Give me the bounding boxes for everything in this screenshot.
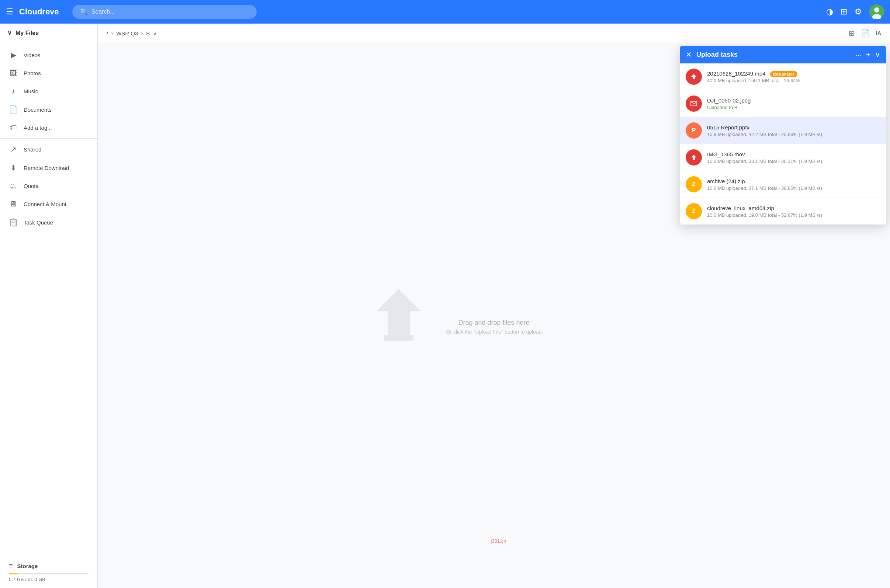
grid-icon[interactable]: ⊞ bbox=[840, 7, 847, 16]
search-input[interactable] bbox=[92, 9, 250, 15]
breadcrumb-root[interactable]: / bbox=[107, 30, 108, 36]
document-icon: 📄 bbox=[9, 105, 18, 114]
sidebar-label-connect-mount: Connect & Mount bbox=[24, 201, 66, 207]
upload-list: 20210628_102249.mp4 Resumable 40.0 MB up… bbox=[680, 63, 886, 225]
storage-bar-fill bbox=[9, 573, 18, 574]
sidebar-divider-2 bbox=[0, 138, 98, 139]
storage-bar bbox=[9, 573, 89, 574]
svg-marker-3 bbox=[377, 289, 421, 337]
main-content: / › WSR Q3 › B ∨ ⊞ 📄 IA Drag and drop bbox=[98, 24, 890, 588]
upload-item-name-6: cloudreve_linux_amd64.zip bbox=[707, 205, 880, 211]
sort-icon[interactable]: IA bbox=[876, 30, 881, 36]
upload-item-info-2: DJI_0050-02.jpeg Uploaded to B bbox=[707, 98, 880, 110]
upload-item-name-5: archive (24).zip bbox=[707, 178, 880, 184]
upload-bg-icon bbox=[362, 278, 436, 352]
sidebar-label-tag: Add a tag... bbox=[24, 124, 52, 131]
empty-text: Drag and drop files here bbox=[458, 319, 529, 327]
search-bar[interactable]: 🔍 bbox=[72, 5, 257, 19]
upload-item-info-3: 0515 Report.pptx 10.9 MB uploaded, 42.2 … bbox=[707, 124, 880, 137]
svg-marker-9 bbox=[691, 155, 696, 160]
theme-icon[interactable]: ◑ bbox=[826, 7, 833, 16]
upload-close-icon[interactable]: ✕ bbox=[686, 50, 692, 59]
sidebar-label-task-queue: Task Queue bbox=[24, 219, 53, 226]
sidebar-item-remote-download[interactable]: ⬇ Remote Download bbox=[0, 159, 98, 177]
watermark: j301.cn bbox=[491, 538, 507, 544]
menu-icon[interactable]: ☰ bbox=[6, 7, 13, 16]
layout: ∨ My Files ▶ Videos 🖼 Photos ♪ Music 📄 D… bbox=[0, 24, 890, 588]
svg-point-1 bbox=[874, 8, 879, 12]
file-icon-1 bbox=[686, 69, 702, 85]
sidebar-storage: ≡ Storage 5.7 GB / 51.0 GB bbox=[0, 556, 98, 588]
storage-text: 5.7 GB / 51.0 GB bbox=[9, 577, 89, 582]
upload-item: 20210628_102249.mp4 Resumable 40.0 MB up… bbox=[680, 63, 886, 90]
sidebar-item-connect-mount[interactable]: 🖥 Connect & Mount bbox=[0, 195, 98, 213]
upload-panel: ✕ Upload tasks ··· + ∨ 20210628_102249.m… bbox=[680, 46, 886, 225]
file-icon-3: P bbox=[686, 122, 702, 139]
file-icon-5: Z bbox=[686, 176, 702, 192]
svg-rect-4 bbox=[384, 335, 413, 340]
quota-icon: 🗂 bbox=[9, 182, 18, 190]
upload-item-info-1: 20210628_102249.mp4 Resumable 40.0 MB up… bbox=[707, 70, 880, 83]
breadcrumb-sep-2: › bbox=[141, 30, 143, 37]
sidebar-item-music[interactable]: ♪ Music bbox=[0, 82, 98, 100]
app-logo: Cloudreve bbox=[19, 7, 59, 16]
breadcrumb: / › WSR Q3 › B ∨ ⊞ 📄 IA bbox=[98, 24, 890, 43]
sidebar-item-quota[interactable]: 🗂 Quota bbox=[0, 177, 98, 195]
breadcrumb-actions: ⊞ 📄 IA bbox=[849, 29, 881, 38]
upload-item: DJI_0050-02.jpeg Uploaded to B bbox=[680, 90, 886, 117]
breadcrumb-b[interactable]: B ∨ bbox=[146, 30, 156, 36]
upload-more-icon[interactable]: ··· bbox=[856, 51, 862, 59]
resumable-badge: Resumable bbox=[770, 71, 798, 77]
connect-icon: 🖥 bbox=[9, 200, 18, 208]
file-icon-4 bbox=[686, 149, 702, 165]
upload-item-name-1: 20210628_102249.mp4 Resumable bbox=[707, 70, 880, 76]
storage-icon: ≡ bbox=[9, 562, 13, 570]
header: ☰ Cloudreve 🔍 ◑ ⊞ ⚙ bbox=[0, 0, 890, 24]
sidebar-item-task-queue[interactable]: 📋 Task Queue bbox=[0, 213, 98, 231]
upload-item-name-2: DJI_0050-02.jpeg bbox=[707, 98, 880, 104]
upload-item: P 0515 Report.pptx 10.9 MB uploaded, 42.… bbox=[680, 117, 886, 144]
view-grid-icon[interactable]: ⊞ bbox=[849, 29, 855, 38]
svg-line-7 bbox=[691, 101, 694, 104]
sidebar-label-quota: Quota bbox=[24, 183, 39, 189]
sidebar-label-music: Music bbox=[24, 88, 38, 94]
upload-item-status-5: 10.0 MB uploaded, 27.1 MB total - 36.85%… bbox=[707, 185, 880, 191]
sidebar-item-photos[interactable]: 🖼 Photos bbox=[0, 64, 98, 82]
header-actions: ◑ ⊞ ⚙ bbox=[826, 4, 884, 19]
sidebar-item-documents[interactable]: 📄 Documents bbox=[0, 100, 98, 119]
search-icon: 🔍 bbox=[80, 8, 88, 16]
upload-item-status-3: 10.9 MB uploaded, 42.2 MB total - 25.86%… bbox=[707, 132, 880, 137]
upload-header: ✕ Upload tasks ··· + ∨ bbox=[680, 46, 886, 63]
upload-item-info-6: cloudreve_linux_amd64.zip 10.0 MB upload… bbox=[707, 205, 880, 218]
upload-item-info-4: IMG_1365.mov 10.0 MB uploaded, 33.1 MB t… bbox=[707, 151, 880, 164]
upload-collapse-icon[interactable]: ∨ bbox=[875, 50, 880, 59]
sidebar-item-add-tag[interactable]: 🏷 Add a tag... bbox=[0, 119, 98, 137]
chevron-icon: ∨ bbox=[153, 31, 157, 36]
file-icon-2 bbox=[686, 96, 702, 112]
upload-item-status-1: 40.0 MB uploaded, 150.1 MB total - 26.64… bbox=[707, 78, 880, 83]
sidebar-item-videos[interactable]: ▶ Videos bbox=[0, 46, 98, 64]
sidebar-item-shared[interactable]: ↗ Shared bbox=[0, 140, 98, 159]
download-icon: ⬇ bbox=[9, 164, 18, 172]
chevron-down-icon: ∨ bbox=[8, 30, 12, 36]
breadcrumb-sep-1: › bbox=[111, 30, 113, 37]
sidebar-label-photos: Photos bbox=[24, 70, 41, 76]
avatar[interactable] bbox=[869, 4, 884, 19]
sidebar-divider-1 bbox=[0, 44, 98, 44]
photo-icon: 🖼 bbox=[9, 69, 18, 77]
upload-add-icon[interactable]: + bbox=[866, 51, 870, 59]
video-icon: ▶ bbox=[9, 51, 18, 59]
sidebar-my-files[interactable]: ∨ My Files bbox=[0, 24, 98, 42]
view-list-icon[interactable]: 📄 bbox=[861, 29, 870, 38]
sidebar-label-shared: Shared bbox=[24, 146, 41, 153]
sidebar-label-videos: Videos bbox=[24, 52, 41, 58]
storage-label: ≡ Storage bbox=[9, 562, 89, 570]
upload-item-status-6: 10.0 MB uploaded, 19.0 MB total - 52.67%… bbox=[707, 212, 880, 218]
settings-icon[interactable]: ⚙ bbox=[855, 7, 862, 16]
upload-item: IMG_1365.mov 10.0 MB uploaded, 33.1 MB t… bbox=[680, 144, 886, 171]
upload-item-status-4: 10.0 MB uploaded, 33.1 MB total - 30.21%… bbox=[707, 159, 880, 164]
breadcrumb-wsr[interactable]: WSR Q3 bbox=[116, 30, 138, 36]
empty-subtext: Or click the "Upload File" button to upl… bbox=[446, 329, 542, 335]
upload-item-status-2: Uploaded to B bbox=[707, 105, 880, 110]
share-icon: ↗ bbox=[9, 145, 18, 154]
